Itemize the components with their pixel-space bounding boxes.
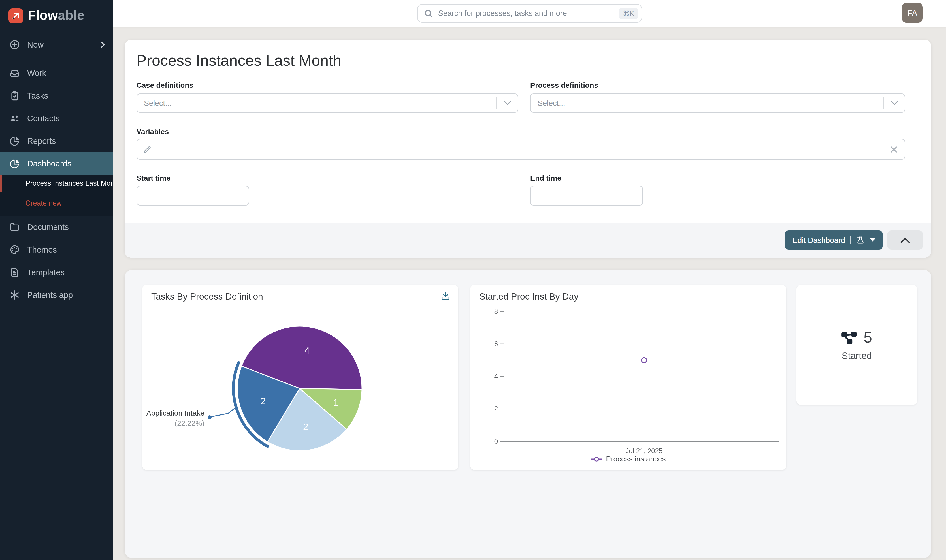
case-definitions-label: Case definitions <box>137 81 193 89</box>
pie-chart-icon <box>9 135 20 147</box>
sidebar-subitem-create-new[interactable]: Create new <box>0 195 113 211</box>
svg-text:2: 2 <box>260 395 266 406</box>
edit-dashboard-button[interactable]: Edit Dashboard <box>785 231 883 250</box>
sidebar-item-templates[interactable]: Templates <box>0 261 113 284</box>
sidebar-item-label: Reports <box>27 137 56 146</box>
collapse-filters-button[interactable] <box>887 231 923 250</box>
clear-icon[interactable] <box>890 146 898 156</box>
widget-tasks-by-process-definition: Tasks By Process Definition 4122 Applica… <box>142 285 458 470</box>
select-placeholder: Select... <box>137 99 496 107</box>
topbar: ⌘K FA <box>113 0 946 27</box>
page-title: Process Instances Last Month <box>137 52 341 70</box>
sidebar-item-new[interactable]: New <box>0 34 113 56</box>
legend-label: Process instances <box>606 455 666 463</box>
sidebar-item-label: New <box>27 40 44 49</box>
pie-annotation-percent: (22.22%) <box>142 419 205 428</box>
svg-text:0: 0 <box>494 437 498 445</box>
pencil-icon <box>143 145 153 156</box>
sidebar-item-patients-app[interactable]: Patients app <box>0 284 113 306</box>
sidebar-item-tasks[interactable]: Tasks <box>0 85 113 107</box>
asterisk-icon <box>9 289 20 301</box>
sidebar-item-work[interactable]: Work <box>0 62 113 85</box>
svg-text:4: 4 <box>305 345 310 356</box>
variables-input[interactable] <box>137 139 905 160</box>
end-time-input[interactable] <box>530 186 643 206</box>
sidebar-item-contacts[interactable]: Contacts <box>0 107 113 130</box>
button-divider <box>850 236 851 244</box>
sidebar-item-label: Patients app <box>27 291 73 300</box>
sidebar-item-themes[interactable]: Themes <box>0 238 113 261</box>
widget-started-proc-inst-by-day: Started Proc Inst By Day 02468Jul 21, 20… <box>470 285 786 470</box>
flowable-logo-icon <box>9 8 23 23</box>
global-search[interactable]: ⌘K <box>417 4 642 23</box>
svg-text:8: 8 <box>494 308 498 315</box>
folder-icon <box>9 222 20 233</box>
start-time-input[interactable] <box>137 186 249 206</box>
sidebar-item-label: Documents <box>27 223 69 232</box>
dashboard-widgets-card: Tasks By Process Definition 4122 Applica… <box>125 269 931 558</box>
document-template-icon <box>9 267 20 278</box>
chart-legend[interactable]: Process instances <box>470 455 786 463</box>
plus-circle-icon <box>9 39 20 51</box>
sidebar-item-dashboards[interactable]: Dashboards <box>0 152 113 175</box>
sidebar-item-reports[interactable]: Reports <box>0 130 113 152</box>
dashboards-submenu: Process Instances Last Month Create new <box>0 175 113 216</box>
sidebar-item-label: Work <box>27 69 46 78</box>
widget-started-count: 5 Started <box>797 285 917 405</box>
dashboard-pie-icon <box>9 158 20 169</box>
app-window: Flowable New Work <box>0 0 946 560</box>
flowable-logo[interactable]: Flowable <box>0 0 113 23</box>
chevron-down-icon[interactable] <box>884 101 904 105</box>
select-placeholder: Select... <box>531 99 883 107</box>
svg-text:2: 2 <box>494 405 498 412</box>
search-input[interactable] <box>438 9 614 18</box>
stat-value: 5 <box>864 329 872 346</box>
inbox-icon <box>9 68 20 79</box>
sidebar-item-label: Themes <box>27 245 57 254</box>
line-chart: 02468Jul 21, 2025 <box>470 285 786 455</box>
variables-label: Variables <box>137 128 169 136</box>
search-icon <box>424 9 433 18</box>
chevron-right-icon <box>99 41 106 49</box>
svg-text:1: 1 <box>333 397 339 408</box>
pie-chart[interactable]: 4122 <box>142 285 458 470</box>
case-definitions-select[interactable]: Select... <box>137 94 518 113</box>
edit-dashboard-label: Edit Dashboard <box>792 236 845 244</box>
filter-card-footer: Edit Dashboard <box>125 223 931 258</box>
dashboard-filter-card: Process Instances Last Month Case defini… <box>125 40 931 258</box>
users-icon <box>9 113 20 124</box>
end-time-label: End time <box>530 174 561 182</box>
svg-text:6: 6 <box>494 340 498 348</box>
process-definitions-select[interactable]: Select... <box>530 94 905 113</box>
svg-text:Jul 21, 2025: Jul 21, 2025 <box>626 447 663 455</box>
sidebar-item-label: Dashboards <box>27 159 71 168</box>
sidebar-subitem-process-instances-last-month[interactable]: Process Instances Last Month <box>0 175 113 192</box>
process-nodes-icon <box>841 330 857 345</box>
sidebar: Flowable New Work <box>0 0 113 560</box>
process-definitions-label: Process definitions <box>530 81 598 89</box>
avatar[interactable]: FA <box>902 3 923 23</box>
sidebar-item-label: Templates <box>27 268 65 277</box>
pie-annotation-label: Application Intake <box>142 409 205 417</box>
legend-marker-icon <box>591 455 602 462</box>
palette-icon <box>9 244 20 255</box>
start-time-label: Start time <box>137 174 171 182</box>
sidebar-nav: New Work Tasks <box>0 34 113 306</box>
keyboard-shortcut-badge: ⌘K <box>619 8 638 19</box>
svg-text:2: 2 <box>303 421 308 432</box>
flask-icon <box>856 235 865 245</box>
stat-label: Started <box>842 350 872 361</box>
sidebar-item-label: Tasks <box>27 91 48 100</box>
flowable-wordmark: Flowable <box>28 8 85 23</box>
clipboard-check-icon <box>9 90 20 102</box>
sidebar-item-documents[interactable]: Documents <box>0 216 113 238</box>
caret-down-icon <box>870 238 875 242</box>
sidebar-item-label: Contacts <box>27 114 60 123</box>
pie-annotation: Application Intake (22.22%) <box>142 409 205 428</box>
svg-text:4: 4 <box>494 372 498 380</box>
chevron-down-icon[interactable] <box>497 101 518 105</box>
